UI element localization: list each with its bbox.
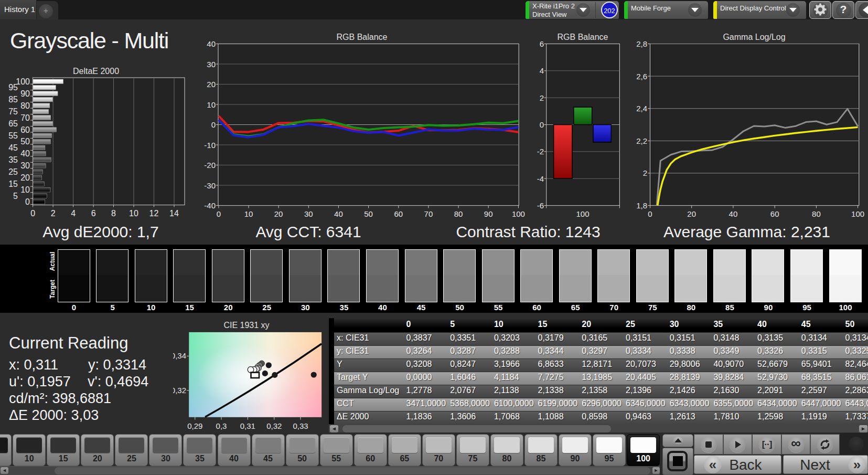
svg-text:55: 55 (8, 131, 18, 140)
svg-text:90: 90 (484, 209, 493, 218)
svg-text:80: 80 (20, 101, 30, 110)
svg-text:4: 4 (540, 66, 544, 75)
svg-text:30: 30 (304, 209, 313, 218)
svg-text:40: 40 (729, 209, 738, 218)
svg-text:80: 80 (812, 209, 821, 218)
svg-text:60: 60 (770, 209, 779, 218)
svg-text:35: 35 (8, 155, 18, 164)
svg-text:Gamma Log/Log: Gamma Log/Log (723, 33, 785, 41)
svg-text:0: 0 (648, 209, 652, 218)
svg-text:10: 10 (207, 100, 216, 109)
svg-text:25: 25 (8, 167, 18, 176)
svg-text:0: 0 (217, 209, 221, 218)
svg-text:0,29: 0,29 (187, 421, 202, 430)
svg-text:4: 4 (71, 209, 76, 218)
svg-text:-2: -2 (537, 147, 544, 156)
svg-text:0: 0 (211, 120, 216, 129)
svg-text:20: 20 (20, 173, 30, 182)
svg-text:6: 6 (91, 209, 96, 218)
svg-text:-40: -40 (204, 201, 216, 210)
svg-text:14: 14 (169, 209, 179, 218)
svg-text:-10: -10 (204, 141, 216, 150)
svg-text:0,32: 0,32 (266, 421, 282, 430)
svg-text:RGB Balance: RGB Balance (558, 33, 608, 41)
svg-text:CIE 1931 xy: CIE 1931 xy (223, 321, 269, 330)
svg-text:90: 90 (20, 89, 30, 98)
svg-text:80: 80 (454, 209, 463, 218)
svg-text:100: 100 (576, 209, 589, 218)
svg-text:45: 45 (8, 143, 18, 152)
svg-text:1,8: 1,8 (636, 201, 647, 210)
svg-text:70: 70 (20, 113, 30, 122)
svg-text:30: 30 (20, 161, 30, 170)
svg-text:8: 8 (111, 209, 116, 218)
svg-text:0: 0 (540, 120, 544, 129)
svg-text:5: 5 (13, 192, 18, 200)
svg-text:10: 10 (20, 185, 30, 194)
svg-text:0,33: 0,33 (293, 421, 308, 430)
svg-text:20: 20 (207, 80, 216, 89)
svg-text:100: 100 (512, 209, 525, 218)
svg-text:12: 12 (149, 209, 159, 218)
svg-text:2,6: 2,6 (636, 72, 647, 81)
svg-text:10: 10 (129, 209, 138, 218)
svg-text:75: 75 (8, 107, 18, 116)
svg-text:DeltaE 2000: DeltaE 2000 (73, 67, 119, 76)
svg-text:6: 6 (540, 39, 544, 48)
svg-text:-6: -6 (537, 201, 544, 210)
svg-text:0,31: 0,31 (240, 421, 255, 430)
svg-text:2: 2 (540, 93, 544, 102)
svg-text:2,2: 2,2 (636, 136, 647, 145)
svg-text:10: 10 (244, 209, 253, 218)
svg-text:2,4: 2,4 (636, 104, 647, 113)
svg-text:15: 15 (8, 180, 18, 188)
svg-text:2: 2 (51, 209, 56, 218)
svg-text:40: 40 (334, 209, 343, 218)
svg-text:2: 2 (643, 168, 647, 177)
svg-text:2,8: 2,8 (636, 39, 647, 48)
svg-text:0,34: 0,34 (173, 351, 186, 360)
svg-text:0: 0 (25, 197, 30, 206)
svg-text:0: 0 (30, 209, 35, 218)
svg-text:70: 70 (424, 209, 433, 218)
svg-text:0,32: 0,32 (173, 386, 186, 395)
svg-text:40: 40 (20, 149, 30, 158)
svg-text:-20: -20 (204, 161, 216, 170)
svg-text:0,3: 0,3 (216, 421, 227, 430)
svg-text:50: 50 (20, 137, 30, 146)
svg-text:65: 65 (8, 119, 18, 128)
svg-text:RGB Balance: RGB Balance (337, 33, 388, 41)
svg-text:30: 30 (207, 60, 216, 69)
svg-text:100: 100 (851, 209, 864, 218)
svg-text:60: 60 (20, 125, 30, 134)
svg-text:40: 40 (207, 39, 216, 48)
svg-text:20: 20 (274, 209, 283, 218)
svg-text:-4: -4 (537, 174, 544, 183)
svg-text:20: 20 (687, 209, 696, 218)
svg-text:100: 100 (16, 77, 30, 86)
svg-text:-30: -30 (204, 181, 216, 190)
svg-text:50: 50 (364, 209, 373, 218)
svg-text:60: 60 (394, 209, 403, 218)
svg-text:85: 85 (8, 95, 18, 104)
